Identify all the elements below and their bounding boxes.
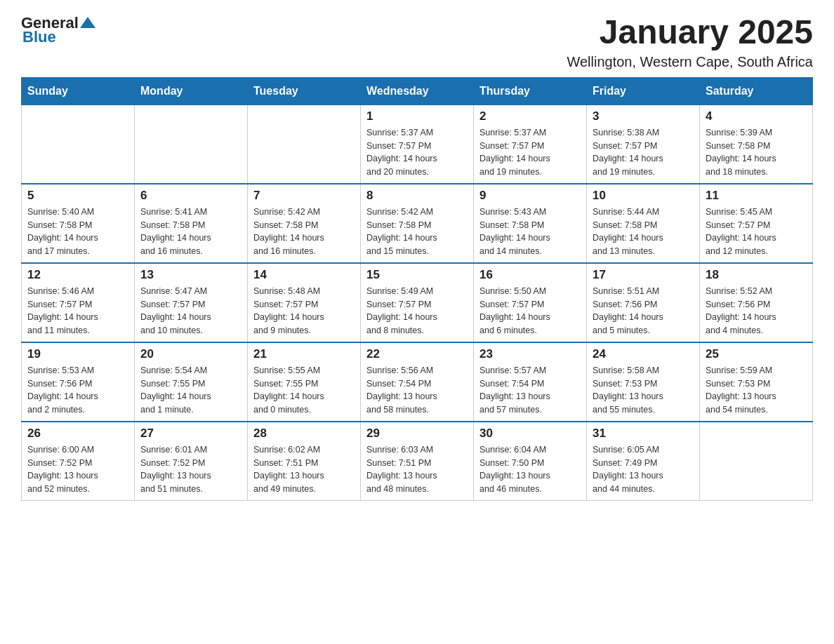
day-number: 11 xyxy=(706,189,807,203)
calendar-day-cell: 13Sunrise: 5:47 AM Sunset: 7:57 PM Dayli… xyxy=(135,263,248,342)
day-number: 17 xyxy=(593,268,694,282)
day-info: Sunrise: 6:00 AM Sunset: 7:52 PM Dayligh… xyxy=(27,443,128,496)
day-info: Sunrise: 5:51 AM Sunset: 7:56 PM Dayligh… xyxy=(593,285,694,337)
day-info: Sunrise: 5:50 AM Sunset: 7:57 PM Dayligh… xyxy=(479,285,581,337)
day-info: Sunrise: 5:39 AM Sunset: 7:58 PM Dayligh… xyxy=(706,126,807,179)
calendar-day-cell: 7Sunrise: 5:42 AM Sunset: 7:58 PM Daylig… xyxy=(248,184,361,263)
calendar-day-cell xyxy=(22,105,135,184)
day-info: Sunrise: 6:05 AM Sunset: 7:49 PM Dayligh… xyxy=(593,443,694,496)
day-number: 3 xyxy=(593,109,694,123)
logo-triangle-icon xyxy=(80,15,95,29)
day-number: 29 xyxy=(366,427,468,441)
calendar-day-cell: 9Sunrise: 5:43 AM Sunset: 7:58 PM Daylig… xyxy=(474,184,587,263)
calendar-day-cell: 29Sunrise: 6:03 AM Sunset: 7:51 PM Dayli… xyxy=(361,422,474,501)
day-number: 2 xyxy=(479,109,581,123)
day-info: Sunrise: 5:40 AM Sunset: 7:58 PM Dayligh… xyxy=(27,206,128,258)
calendar-day-cell: 16Sunrise: 5:50 AM Sunset: 7:57 PM Dayli… xyxy=(474,263,587,342)
day-number: 12 xyxy=(27,268,128,282)
calendar-day-cell: 11Sunrise: 5:45 AM Sunset: 7:57 PM Dayli… xyxy=(700,184,813,263)
day-info: Sunrise: 6:01 AM Sunset: 7:52 PM Dayligh… xyxy=(140,443,241,496)
calendar-week-row: 26Sunrise: 6:00 AM Sunset: 7:52 PM Dayli… xyxy=(22,422,813,501)
calendar-day-cell: 28Sunrise: 6:02 AM Sunset: 7:51 PM Dayli… xyxy=(248,422,361,501)
header-cell-wednesday: Wednesday xyxy=(361,77,474,105)
day-number: 4 xyxy=(706,109,807,123)
calendar-day-cell: 22Sunrise: 5:56 AM Sunset: 7:54 PM Dayli… xyxy=(361,342,474,422)
calendar-day-cell xyxy=(248,105,361,184)
day-info: Sunrise: 5:42 AM Sunset: 7:58 PM Dayligh… xyxy=(366,206,468,258)
day-number: 6 xyxy=(140,189,241,203)
calendar-table: SundayMondayTuesdayWednesdayThursdayFrid… xyxy=(21,77,813,501)
day-info: Sunrise: 6:03 AM Sunset: 7:51 PM Dayligh… xyxy=(366,443,468,496)
calendar-day-cell: 10Sunrise: 5:44 AM Sunset: 7:58 PM Dayli… xyxy=(587,184,700,263)
calendar-day-cell: 1Sunrise: 5:37 AM Sunset: 7:57 PM Daylig… xyxy=(361,105,474,184)
day-number: 21 xyxy=(253,347,355,361)
logo-blue-text: Blue xyxy=(22,28,56,46)
day-info: Sunrise: 5:53 AM Sunset: 7:56 PM Dayligh… xyxy=(27,364,128,417)
calendar-header-row: SundayMondayTuesdayWednesdayThursdayFrid… xyxy=(22,77,813,105)
calendar-day-cell: 18Sunrise: 5:52 AM Sunset: 7:56 PM Dayli… xyxy=(700,263,813,342)
day-info: Sunrise: 5:52 AM Sunset: 7:56 PM Dayligh… xyxy=(706,285,807,337)
day-number: 16 xyxy=(479,268,581,282)
day-number: 15 xyxy=(366,268,468,282)
day-info: Sunrise: 5:59 AM Sunset: 7:53 PM Dayligh… xyxy=(706,364,807,417)
day-number: 10 xyxy=(593,189,694,203)
day-number: 31 xyxy=(593,427,694,441)
header-cell-monday: Monday xyxy=(135,77,248,105)
calendar-day-cell: 19Sunrise: 5:53 AM Sunset: 7:56 PM Dayli… xyxy=(22,342,135,422)
calendar-day-cell: 15Sunrise: 5:49 AM Sunset: 7:57 PM Dayli… xyxy=(361,263,474,342)
day-number: 22 xyxy=(366,347,468,361)
calendar-day-cell: 20Sunrise: 5:54 AM Sunset: 7:55 PM Dayli… xyxy=(135,342,248,422)
day-number: 13 xyxy=(140,268,241,282)
calendar-title: January 2025 xyxy=(567,14,813,51)
day-info: Sunrise: 6:02 AM Sunset: 7:51 PM Dayligh… xyxy=(253,443,355,496)
calendar-day-cell: 24Sunrise: 5:58 AM Sunset: 7:53 PM Dayli… xyxy=(587,342,700,422)
calendar-week-row: 5Sunrise: 5:40 AM Sunset: 7:58 PM Daylig… xyxy=(22,184,813,263)
day-info: Sunrise: 6:04 AM Sunset: 7:50 PM Dayligh… xyxy=(479,443,581,496)
calendar-day-cell: 23Sunrise: 5:57 AM Sunset: 7:54 PM Dayli… xyxy=(474,342,587,422)
calendar-day-cell: 25Sunrise: 5:59 AM Sunset: 7:53 PM Dayli… xyxy=(700,342,813,422)
calendar-day-cell: 4Sunrise: 5:39 AM Sunset: 7:58 PM Daylig… xyxy=(700,105,813,184)
day-number: 28 xyxy=(253,427,355,441)
calendar-day-cell: 6Sunrise: 5:41 AM Sunset: 7:58 PM Daylig… xyxy=(135,184,248,263)
day-info: Sunrise: 5:38 AM Sunset: 7:57 PM Dayligh… xyxy=(593,126,694,179)
calendar-day-cell: 30Sunrise: 6:04 AM Sunset: 7:50 PM Dayli… xyxy=(474,422,587,501)
day-number: 14 xyxy=(253,268,355,282)
calendar-day-cell: 31Sunrise: 6:05 AM Sunset: 7:49 PM Dayli… xyxy=(587,422,700,501)
day-info: Sunrise: 5:49 AM Sunset: 7:57 PM Dayligh… xyxy=(366,285,468,337)
calendar-day-cell: 2Sunrise: 5:37 AM Sunset: 7:57 PM Daylig… xyxy=(474,105,587,184)
title-block: January 2025 Wellington, Western Cape, S… xyxy=(567,14,813,70)
day-info: Sunrise: 5:45 AM Sunset: 7:57 PM Dayligh… xyxy=(706,206,807,258)
calendar-subtitle: Wellington, Western Cape, South Africa xyxy=(567,54,813,70)
calendar-day-cell xyxy=(700,422,813,501)
day-info: Sunrise: 5:37 AM Sunset: 7:57 PM Dayligh… xyxy=(366,126,468,179)
calendar-day-cell: 8Sunrise: 5:42 AM Sunset: 7:58 PM Daylig… xyxy=(361,184,474,263)
header-cell-friday: Friday xyxy=(587,77,700,105)
day-number: 27 xyxy=(140,427,241,441)
day-number: 26 xyxy=(27,427,128,441)
calendar-day-cell xyxy=(135,105,248,184)
day-info: Sunrise: 5:42 AM Sunset: 7:58 PM Dayligh… xyxy=(253,206,355,258)
day-info: Sunrise: 5:37 AM Sunset: 7:57 PM Dayligh… xyxy=(479,126,581,179)
page-header: General Blue January 2025 Wellington, We… xyxy=(21,14,813,70)
calendar-week-row: 12Sunrise: 5:46 AM Sunset: 7:57 PM Dayli… xyxy=(22,263,813,342)
calendar-day-cell: 27Sunrise: 6:01 AM Sunset: 7:52 PM Dayli… xyxy=(135,422,248,501)
svg-marker-0 xyxy=(80,17,95,28)
day-info: Sunrise: 5:41 AM Sunset: 7:58 PM Dayligh… xyxy=(140,206,241,258)
day-number: 25 xyxy=(706,347,807,361)
day-info: Sunrise: 5:47 AM Sunset: 7:57 PM Dayligh… xyxy=(140,285,241,337)
calendar-day-cell: 3Sunrise: 5:38 AM Sunset: 7:57 PM Daylig… xyxy=(587,105,700,184)
calendar-week-row: 19Sunrise: 5:53 AM Sunset: 7:56 PM Dayli… xyxy=(22,342,813,422)
day-number: 19 xyxy=(27,347,128,361)
day-number: 23 xyxy=(479,347,581,361)
header-cell-thursday: Thursday xyxy=(474,77,587,105)
day-info: Sunrise: 5:56 AM Sunset: 7:54 PM Dayligh… xyxy=(366,364,468,417)
day-number: 8 xyxy=(366,189,468,203)
day-info: Sunrise: 5:46 AM Sunset: 7:57 PM Dayligh… xyxy=(27,285,128,337)
day-number: 7 xyxy=(253,189,355,203)
calendar-day-cell: 17Sunrise: 5:51 AM Sunset: 7:56 PM Dayli… xyxy=(587,263,700,342)
header-cell-sunday: Sunday xyxy=(22,77,135,105)
day-number: 9 xyxy=(479,189,581,203)
header-cell-tuesday: Tuesday xyxy=(248,77,361,105)
calendar-day-cell: 14Sunrise: 5:48 AM Sunset: 7:57 PM Dayli… xyxy=(248,263,361,342)
day-number: 24 xyxy=(593,347,694,361)
